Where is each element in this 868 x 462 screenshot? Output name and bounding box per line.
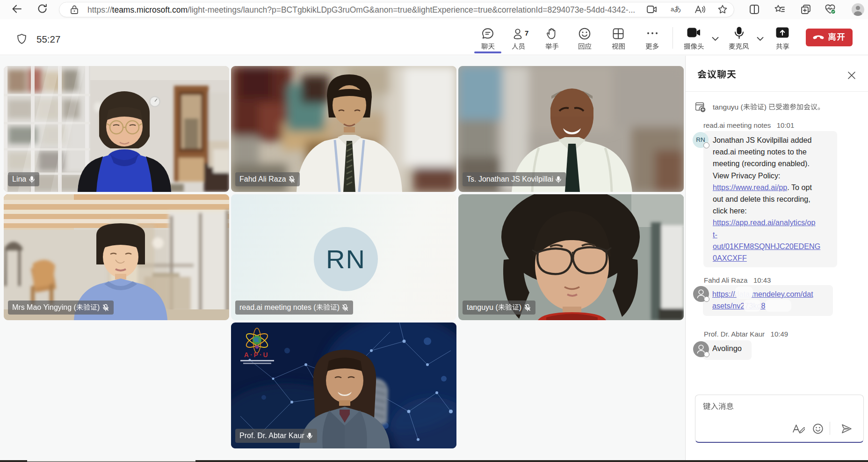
svg-text:A·P·U: A·P·U bbox=[244, 351, 269, 359]
